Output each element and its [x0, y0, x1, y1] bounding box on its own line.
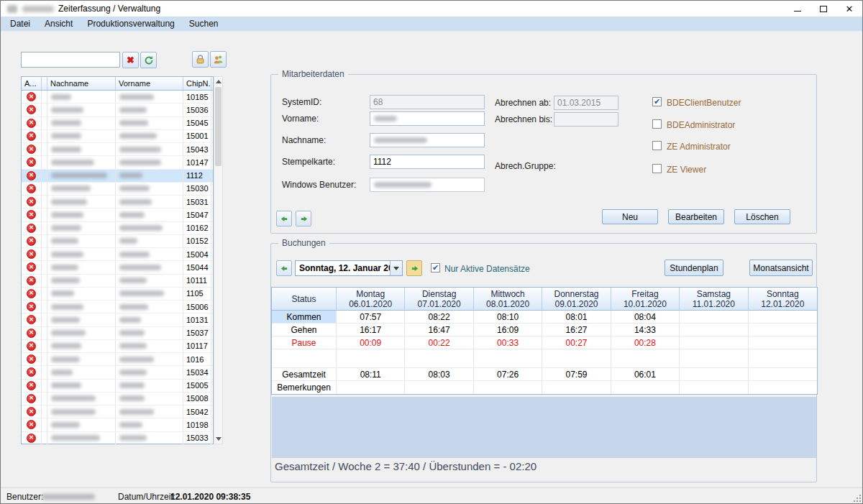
loeschen-button[interactable]: Löschen [734, 209, 790, 224]
neu-button[interactable]: Neu [602, 209, 658, 224]
booking-cell[interactable] [680, 349, 748, 367]
booking-cell[interactable] [337, 349, 405, 367]
col-vorname[interactable]: Vorname [116, 77, 183, 90]
employee-row[interactable]: ✕10147 [22, 156, 213, 169]
employee-row[interactable]: ✕15036 [22, 104, 213, 116]
booking-cell[interactable] [749, 311, 817, 323]
booking-cell[interactable]: 00:28 [611, 336, 680, 349]
booking-cell[interactable] [337, 381, 405, 394]
next-employee-button[interactable] [296, 211, 311, 226]
booking-cell[interactable]: 00:27 [542, 336, 611, 349]
employee-row[interactable]: ✕15034 [22, 366, 213, 379]
employee-row[interactable]: ✕15045 [22, 117, 213, 130]
booking-cell[interactable]: 16:27 [542, 324, 611, 336]
minimize-button[interactable] [785, 1, 811, 17]
booking-cell[interactable]: 07:59 [542, 368, 611, 380]
employee-row[interactable]: ✕10162 [22, 222, 213, 235]
scroll-up-button[interactable] [214, 77, 222, 86]
menu-produktionsverwaltung[interactable]: Produktionsverwaltung [80, 17, 181, 30]
employee-row[interactable]: ✕15030 [22, 183, 213, 196]
scrollbar-thumb[interactable] [215, 87, 222, 166]
employee-row[interactable]: ✕1016 [22, 353, 213, 366]
users-button[interactable] [210, 51, 227, 68]
booking-cell[interactable]: 16:47 [405, 324, 473, 336]
booking-cell[interactable] [680, 311, 748, 323]
employee-row[interactable]: ✕10152 [22, 235, 213, 248]
booking-cell[interactable] [611, 381, 680, 394]
menu-suchen[interactable]: Suchen [182, 17, 226, 30]
menu-ansicht[interactable]: Ansicht [37, 17, 80, 30]
employee-row[interactable]: ✕15043 [22, 143, 213, 156]
booking-cell[interactable]: 08:04 [611, 311, 680, 323]
booking-cell[interactable]: 14:33 [611, 324, 680, 336]
ze-administrator-checkbox[interactable]: ✔ [652, 141, 662, 150]
monatsansicht-button[interactable]: Monatsansicht [749, 260, 813, 276]
booking-cell[interactable]: 08:11 [337, 368, 405, 380]
booking-cell[interactable]: 16:17 [337, 324, 405, 336]
booking-cell[interactable]: 00:09 [337, 336, 405, 349]
booking-cell[interactable]: 08:10 [474, 311, 542, 323]
employee-row[interactable]: ✕15037 [22, 327, 213, 340]
employee-row[interactable]: ✕1105 [22, 288, 213, 301]
date-dropdown[interactable]: Sonntag, 12. Januar 2020 [295, 260, 403, 276]
employee-row[interactable]: ✕15006 [22, 301, 213, 313]
employee-row[interactable]: ✕15005 [22, 380, 213, 393]
scroll-down-button[interactable] [214, 434, 222, 444]
close-button[interactable]: ✕ [836, 1, 862, 17]
booking-cell[interactable] [680, 381, 748, 394]
ze-viewer-checkbox[interactable]: ✔ [652, 164, 662, 173]
employee-row[interactable]: ✕10117 [22, 340, 213, 353]
employee-row[interactable]: ✕15001 [22, 130, 213, 143]
stundenplan-button[interactable]: Stundenplan [665, 260, 723, 276]
next-week-button[interactable] [406, 260, 422, 276]
employee-row[interactable]: ✕10131 [22, 313, 213, 326]
booking-cell[interactable] [611, 349, 680, 367]
booking-cell[interactable] [542, 381, 611, 394]
employee-row[interactable]: ✕15047 [22, 209, 213, 221]
col-chipnr[interactable]: ChipN... [183, 77, 211, 90]
booking-cell[interactable] [474, 349, 542, 367]
booking-cell[interactable] [749, 368, 817, 380]
booking-cell[interactable] [749, 324, 817, 336]
employee-row[interactable]: ✕10198 [22, 418, 213, 431]
booking-cell[interactable] [405, 349, 473, 367]
search-input[interactable] [21, 52, 120, 68]
employee-row[interactable]: ✕15042 [22, 406, 213, 418]
booking-cell[interactable] [749, 349, 817, 367]
prev-week-button[interactable] [276, 260, 292, 276]
booking-cell[interactable] [405, 381, 473, 394]
booking-cell[interactable]: 00:33 [474, 336, 542, 349]
col-nachname[interactable]: Nachname [47, 77, 116, 90]
employee-row[interactable]: ✕1112 [22, 170, 213, 183]
booking-cell[interactable]: 00:22 [405, 336, 473, 349]
refresh-button[interactable] [140, 52, 157, 68]
booking-cell[interactable] [680, 324, 748, 336]
booking-cell[interactable] [749, 381, 817, 394]
employee-row[interactable]: ✕15031 [22, 196, 213, 209]
booking-cell[interactable]: 06:01 [611, 368, 680, 380]
bdeclientbenutzer-checkbox[interactable]: ✔ [652, 97, 662, 106]
prev-employee-button[interactable] [276, 211, 292, 226]
employee-row[interactable]: ✕15044 [22, 261, 213, 274]
booking-cell[interactable] [680, 336, 748, 349]
clear-search-button[interactable]: ✖ [122, 52, 139, 68]
employee-row[interactable]: ✕15033 [22, 432, 213, 445]
booking-cell[interactable]: 07:26 [474, 368, 542, 380]
stempelkarte-field[interactable] [370, 155, 485, 169]
maximize-button[interactable] [811, 1, 836, 17]
booking-cell[interactable]: 08:01 [542, 311, 611, 323]
lock-button[interactable] [192, 51, 209, 68]
resize-grip[interactable] [852, 493, 861, 502]
bdeadministrator-checkbox[interactable]: ✔ [652, 119, 662, 129]
booking-cell[interactable] [474, 381, 542, 394]
booking-cell[interactable]: 08:22 [405, 311, 473, 323]
dropdown-arrow-button[interactable] [390, 261, 402, 275]
nur-aktive-checkbox[interactable]: ✔ [431, 263, 440, 272]
employee-row[interactable]: ✕15008 [22, 393, 213, 406]
employee-list-scrollbar[interactable] [214, 76, 223, 444]
col-blank[interactable] [42, 77, 47, 90]
booking-cell[interactable] [680, 368, 748, 380]
booking-cell[interactable]: 08:03 [405, 368, 473, 380]
employee-row[interactable]: ✕10185 [22, 91, 213, 104]
menu-datei[interactable]: Datei [3, 17, 37, 30]
